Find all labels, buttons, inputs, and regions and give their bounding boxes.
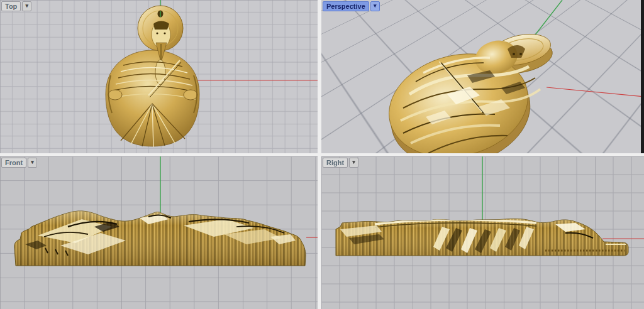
viewport-menu-arrow-icon[interactable]: ▾ [349, 158, 358, 168]
viewport-right[interactable]: Right ▾ [321, 156, 644, 309]
workspace: Top ▾ [0, 0, 644, 309]
viewport-top[interactable]: Top ▾ [0, 0, 318, 153]
viewport-right-label[interactable]: Right ▾ [323, 158, 358, 168]
z-axis-line [534, 0, 562, 36]
viewport-perspective-canvas [321, 0, 644, 153]
x-axis-line [547, 87, 644, 97]
viewport-title-front[interactable]: Front [1, 158, 26, 168]
viewport-top-label[interactable]: Top ▾ [1, 1, 31, 11]
viewport-top-canvas [0, 0, 318, 153]
viewport-title-top[interactable]: Top [1, 1, 21, 11]
viewport-menu-arrow-icon[interactable]: ▾ [22, 1, 31, 11]
viewport-right-canvas [321, 156, 644, 309]
viewport-perspective-label[interactable]: Perspective ▾ [323, 1, 380, 11]
viewport-front[interactable]: Front ▾ [0, 156, 318, 309]
viewport-dark-edge [641, 0, 644, 153]
viewport-menu-arrow-icon[interactable]: ▾ [28, 158, 37, 168]
viewport-title-perspective[interactable]: Perspective [323, 1, 369, 11]
viewport-title-right[interactable]: Right [323, 158, 348, 168]
viewport-menu-arrow-icon[interactable]: ▾ [370, 1, 380, 11]
model-perspective-view[interactable] [377, 30, 555, 153]
viewport-perspective[interactable]: Perspective ▾ [321, 0, 644, 153]
viewport-front-label[interactable]: Front ▾ [1, 158, 37, 168]
viewport-front-canvas [0, 156, 318, 309]
